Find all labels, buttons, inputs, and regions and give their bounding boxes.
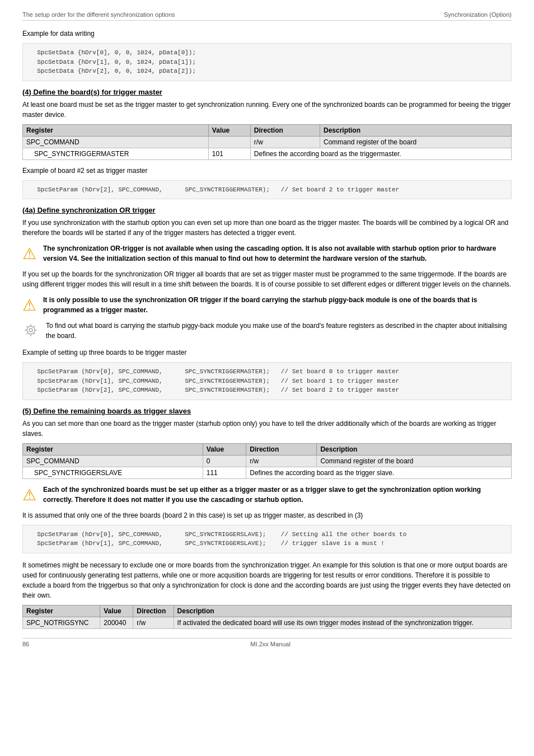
intro-label: Example for data writing — [22, 29, 512, 39]
gear-sun-icon — [22, 322, 39, 339]
header-right: Synchronization (Option) — [444, 11, 512, 18]
warning-strong-1: The synchronization OR-trigger is not av… — [43, 245, 496, 262]
section4a-example-code2: SpcSetParam (hDrv[0], SPC_COMMAND, SPC_S… — [22, 362, 512, 400]
warning-box-3: ⚠ Each of the synchronized boards must b… — [22, 485, 512, 505]
section4-example-code: SpcSetParam (hDrv[2], SPC_COMMAND, SPC_S… — [22, 180, 512, 200]
cell: SPC_SYNCTRIGGERSLAVE — [23, 467, 203, 478]
cell: SPC_NOTRIGSYNC — [23, 617, 100, 628]
table-row: SPC_SYNCTRIGGERSLAVE 111 Defines the acc… — [23, 467, 512, 478]
section5-body3: It sometimes might be necessary to exclu… — [22, 560, 512, 600]
cell: SPC_SYNCTRIGGERMASTER — [23, 148, 209, 159]
section5-table2: Register Value Direction Description SPC… — [22, 605, 512, 629]
col-register: Register — [23, 443, 203, 455]
table-row: SPC_SYNCTRIGGERMASTER 101 Defines the ac… — [23, 148, 512, 159]
col-description: Description — [317, 443, 512, 455]
cell — [208, 136, 250, 148]
cell: 200040 — [100, 617, 133, 628]
col-direction: Direction — [246, 443, 317, 455]
footer-center: MI.2xx Manual — [250, 641, 291, 647]
warning-box-1: ⚠ The synchronization OR-trigger is not … — [22, 243, 512, 264]
cell: 101 — [208, 148, 250, 159]
svg-point-1 — [29, 328, 32, 332]
svg-line-9 — [27, 333, 29, 335]
section4-title: (4) Define the board(s) for trigger mast… — [22, 88, 512, 96]
cell: r/w — [246, 455, 317, 467]
warning-text-3: Each of the synchronized boards must be … — [43, 485, 512, 505]
cell: SPC_COMMAND — [23, 455, 203, 467]
section5-title: (5) Define the remaining boards as trigg… — [22, 407, 512, 415]
warning-text-1: The synchronization OR-trigger is not av… — [43, 243, 512, 264]
warning-box-2: ⚠ It is only possible to use the synchro… — [22, 295, 512, 315]
section4a-title: (4a) Define synchronization OR trigger — [22, 206, 512, 214]
section4a-example-label2: Example of setting up three boards to be… — [22, 348, 512, 358]
warning-strong-2: It is only possible to use the synchroni… — [43, 296, 477, 314]
section5-body2: It is assumed that only one of the three… — [22, 510, 512, 520]
cell: If activated the dedicated board will us… — [174, 617, 511, 628]
info-text-1: To find out what board is carrying the s… — [46, 321, 512, 341]
footer-page-number: 86 — [22, 641, 29, 647]
info-box-1: To find out what board is carrying the s… — [22, 321, 512, 342]
cell: Command register of the board — [317, 455, 512, 467]
section4a-body1: If you use synchronization with the star… — [22, 218, 512, 238]
section4a-body2: If you set up the boards for the synchro… — [22, 269, 512, 289]
cell: 0 — [203, 455, 246, 467]
page-header: The setup order for the different synchr… — [22, 11, 512, 21]
section5-example-code: SpcSetParam (hDrv[0], SPC_COMMAND, SPC_S… — [22, 525, 512, 553]
col-description: Description — [320, 124, 511, 136]
section5-body: As you can set more than one board as th… — [22, 419, 512, 439]
intro-code: SpcSetData {hDrv[0], 0, 0, 1024, pData[0… — [22, 43, 512, 81]
header-left: The setup order for the different synchr… — [22, 11, 175, 18]
warning-strong-3: Each of the synchronized boards must be … — [43, 486, 481, 504]
col-direction: Direction — [250, 124, 320, 136]
table-row: SPC_COMMAND r/w Command register of the … — [23, 136, 512, 148]
col-value: Value — [208, 124, 250, 136]
cell: Defines the according board as the trigg… — [250, 148, 511, 159]
col-register: Register — [23, 605, 100, 617]
info-icon-1 — [22, 322, 39, 342]
warning-icon-1: ⚠ — [22, 245, 36, 263]
warning-text-2: It is only possible to use the synchroni… — [43, 295, 512, 315]
section4-body: At least one board must be set as the tr… — [22, 100, 512, 120]
col-value: Value — [203, 443, 246, 455]
svg-line-6 — [27, 326, 29, 328]
warning-icon-3: ⚠ — [22, 486, 36, 504]
col-value: Value — [100, 605, 133, 617]
col-register: Register — [23, 124, 209, 136]
cell: r/w — [133, 617, 174, 628]
table-row: SPC_COMMAND 0 r/w Command register of th… — [23, 455, 512, 467]
cell: r/w — [250, 136, 320, 148]
section5-table: Register Value Direction Description SPC… — [22, 443, 512, 479]
table-row: SPC_NOTRIGSYNC 200040 r/w If activated t… — [23, 617, 512, 628]
section4-example-label: Example of board #2 set as trigger maste… — [22, 166, 512, 176]
cell: Command register of the board — [320, 136, 511, 148]
cell: 111 — [203, 467, 246, 478]
cell: Defines the according board as the trigg… — [246, 467, 512, 478]
cell: SPC_COMMAND — [23, 136, 209, 148]
col-description: Description — [174, 605, 511, 617]
page-footer: 86 MI.2xx Manual — [22, 638, 512, 647]
svg-line-7 — [34, 333, 35, 335]
section4-table: Register Value Direction Description SPC… — [22, 124, 512, 160]
warning-icon-2: ⚠ — [22, 296, 36, 314]
col-direction: Direction — [133, 605, 174, 617]
svg-line-8 — [34, 326, 35, 328]
